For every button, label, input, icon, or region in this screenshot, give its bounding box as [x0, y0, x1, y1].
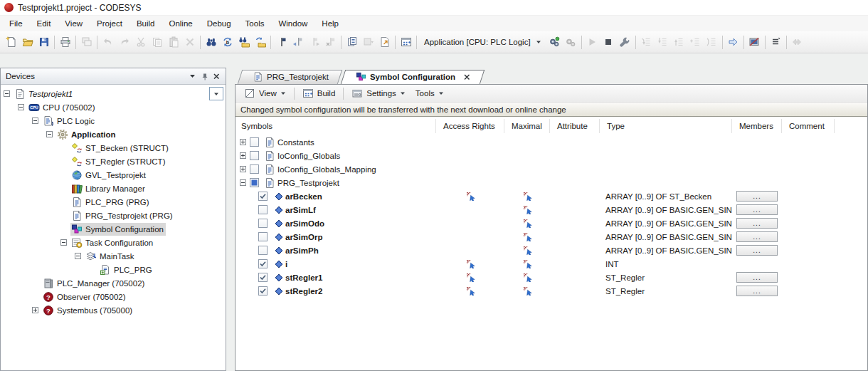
menu-window[interactable]: Window: [271, 17, 314, 30]
symbol-row-arbecken[interactable]: arBeckenARRAY [0..9] OF ST_Becken...: [235, 189, 867, 203]
expander-plus[interactable]: [240, 139, 246, 145]
new-file-button[interactable]: [3, 34, 19, 51]
symbol-row-stregler2[interactable]: stRegler2ST_Regler...: [235, 284, 867, 298]
device-application[interactable]: Application: [1, 127, 226, 141]
find-in-project-button[interactable]: [235, 34, 252, 51]
symbol-row-prg-testprojekt[interactable]: PRG_Testprojekt: [235, 176, 867, 189]
symbol-row-ioconfig-globals[interactable]: IoConfig_Globals: [235, 149, 867, 162]
replace-button[interactable]: b: [219, 34, 235, 51]
symbol-row-ioconfig-globals-mapping[interactable]: IoConfig_Globals_Mapping: [235, 162, 867, 176]
login-button[interactable]: [546, 34, 563, 51]
panel-pin-icon[interactable]: [199, 70, 211, 82]
expander-plus[interactable]: [32, 307, 38, 313]
access-rights-cell[interactable]: [436, 259, 504, 268]
menu-view[interactable]: View: [58, 17, 90, 30]
maximal-cell[interactable]: [504, 246, 550, 255]
symbol-row-arsimorp[interactable]: arSimOrpARRAY [0..9] OF BASIC.GEN_SIN...: [235, 230, 867, 244]
device-plc-manager-705002[interactable]: PLC_Manager (705002): [1, 276, 226, 290]
maximal-cell[interactable]: [504, 219, 550, 228]
maximal-cell[interactable]: [504, 286, 550, 296]
device-systembus-705000[interactable]: ?Systembus (705000): [1, 303, 226, 317]
next-statement-button[interactable]: [725, 34, 741, 51]
tab-close-icon[interactable]: [463, 73, 471, 80]
symbol-row-arsimodo[interactable]: arSimOdoARRAY [0..9] OF BASIC.GEN_SIN...: [235, 216, 867, 230]
copy-screen-button[interactable]: [78, 34, 95, 51]
replace-in-project-button[interactable]: [252, 34, 268, 51]
members-button[interactable]: ...: [736, 231, 778, 242]
undo-button[interactable]: [100, 34, 116, 51]
build-button[interactable]: [398, 34, 414, 51]
copy-button[interactable]: [149, 34, 165, 51]
flow-control-button[interactable]: [768, 34, 784, 51]
members-button[interactable]: ...: [736, 204, 778, 215]
expander-plus[interactable]: [240, 166, 246, 172]
redo-button[interactable]: [116, 34, 132, 51]
device-library-manager[interactable]: Library Manager: [1, 182, 226, 195]
symbol-checkbox[interactable]: [258, 259, 268, 268]
toggle-breakpoint-button[interactable]: [746, 34, 763, 51]
symbol-checkbox[interactable]: [250, 137, 259, 147]
tab-symbol-configuration[interactable]: Symbol Configuration: [343, 70, 482, 84]
expander-minus[interactable]: [4, 90, 10, 97]
expander-minus[interactable]: [46, 131, 53, 137]
symbol-checkbox[interactable]: [258, 273, 268, 282]
device-plc-logic[interactable]: PLC Logic: [1, 114, 226, 127]
symbol-row-constants[interactable]: Constants: [235, 135, 867, 149]
symbol-checkbox[interactable]: [250, 151, 259, 160]
print-button[interactable]: [57, 34, 73, 51]
build-menu-button[interactable]: Build: [297, 86, 341, 100]
bookmark-prev-button[interactable]: [290, 34, 306, 51]
menu-debug[interactable]: Debug: [200, 17, 238, 30]
new-pou-button[interactable]: [376, 34, 393, 51]
maximal-cell[interactable]: [504, 259, 550, 268]
step-line-button[interactable]: [687, 34, 704, 51]
symbol-row-stregler1[interactable]: stRegler1ST_Regler...: [235, 271, 867, 284]
view-menu-button[interactable]: View: [239, 86, 291, 100]
symbol-row-arsimlf[interactable]: arSimLfARRAY [0..9] OF BASIC.GEN_SIN...: [235, 203, 867, 216]
tools-menu-button[interactable]: Tools: [411, 88, 449, 99]
expander-plus[interactable]: [240, 152, 246, 159]
symbol-checkbox[interactable]: [258, 219, 268, 228]
menu-help[interactable]: Help: [314, 17, 346, 30]
expander-minus[interactable]: [75, 253, 81, 259]
panel-window-menu-icon[interactable]: [186, 70, 199, 82]
expander-minus[interactable]: [18, 104, 24, 110]
bookmark-next-button[interactable]: [306, 34, 322, 51]
project-dropdown-button[interactable]: [209, 87, 223, 100]
menu-edit[interactable]: Edit: [30, 17, 58, 30]
symbol-checkbox[interactable]: [258, 286, 268, 296]
step-over-button[interactable]: [638, 34, 655, 51]
access-rights-cell[interactable]: [436, 192, 504, 201]
open-project-button[interactable]: [19, 34, 36, 51]
members-button[interactable]: ...: [736, 218, 778, 229]
symbol-checkbox[interactable]: [258, 246, 268, 255]
stop-button[interactable]: [600, 34, 617, 51]
active-application-combo[interactable]: Application [CPU: PLC Logic]: [419, 36, 546, 48]
members-button[interactable]: ...: [736, 272, 778, 283]
menu-build[interactable]: Build: [129, 17, 162, 30]
device-maintask[interactable]: MainTask: [1, 249, 226, 263]
step-into-button[interactable]: [655, 34, 671, 51]
maximal-cell[interactable]: [504, 273, 550, 282]
symbol-checkbox[interactable]: [250, 164, 259, 174]
start-button[interactable]: [584, 34, 600, 51]
tab-prg-testprojekt[interactable]: PRG_Testprojekt: [240, 70, 340, 84]
device-testprojekt1[interactable]: Testprojekt1: [1, 87, 226, 100]
symbol-row-arsimph[interactable]: arSimPhARRAY [0..9] OF BASIC.GEN_SIN...: [235, 244, 867, 257]
expander-minus[interactable]: [32, 117, 38, 124]
device-st-becken-struct[interactable]: ST_Becken (STRUCT): [1, 141, 226, 155]
panel-close-icon[interactable]: [211, 70, 223, 82]
symbol-checkbox[interactable]: [250, 178, 259, 187]
cut-button[interactable]: [132, 34, 149, 51]
access-rights-cell[interactable]: [436, 286, 504, 296]
paste-button[interactable]: [165, 34, 181, 51]
access-rights-cell[interactable]: [436, 273, 504, 282]
bookmark-button[interactable]: [273, 34, 290, 51]
logout-button[interactable]: [563, 34, 579, 51]
menu-tools[interactable]: Tools: [238, 17, 272, 30]
maximal-cell[interactable]: [504, 192, 550, 201]
delete-button[interactable]: [181, 34, 198, 51]
device-dropdown-button[interactable]: [360, 34, 376, 51]
device-task-configuration[interactable]: Task Configuration: [1, 236, 226, 249]
device-prg-testprojekt-prg[interactable]: PRG_Testprojekt (PRG): [1, 209, 226, 222]
